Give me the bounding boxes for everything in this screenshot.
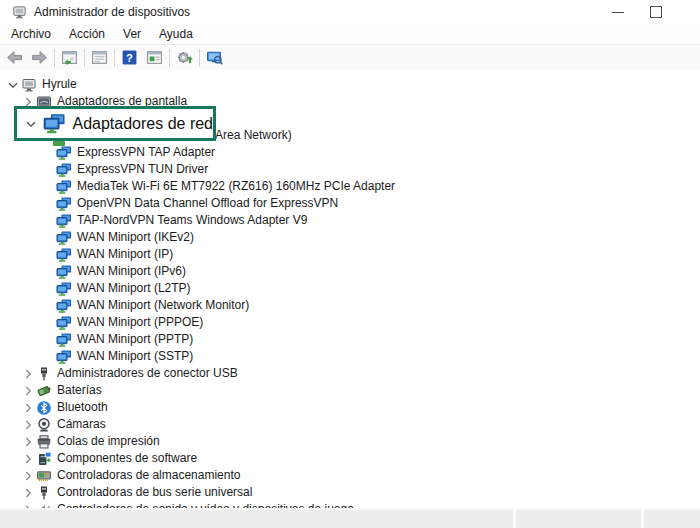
- network-adapter-icon: [43, 112, 66, 135]
- chevron-right-icon[interactable]: [20, 468, 36, 484]
- chevron-right-icon[interactable]: [20, 400, 36, 416]
- tree-item-colas-de-impresion[interactable]: Colas de impresión: [0, 433, 700, 450]
- tree-item-label: Bluetooth: [57, 399, 108, 416]
- tree-item-label: Cámaras: [57, 416, 106, 433]
- network-adapter-icon: [56, 162, 72, 178]
- tree-item-controladoras-de-almacenamiento[interactable]: Controladoras de almacenamiento: [0, 467, 700, 484]
- maximize-button[interactable]: [636, 0, 676, 24]
- chevron-right-icon[interactable]: [20, 417, 36, 433]
- tree-item-label: WAN Miniport (PPTP): [77, 331, 193, 348]
- tree-item-label: TAP-NordVPN Teams Windows Adapter V9: [77, 212, 307, 229]
- battery-icon: [36, 383, 52, 399]
- window-title: Administrador de dispositivos: [34, 5, 190, 19]
- software-component-icon: [36, 451, 52, 467]
- tree-item-wan-miniport-ipv6[interactable]: WAN Miniport (IPv6): [0, 263, 700, 280]
- tree-item-label: WAN Miniport (IKEv2): [77, 229, 194, 246]
- title-bar: Administrador de dispositivos ✕: [0, 0, 700, 24]
- tree-item-controladoras-de-bus-serie-universal[interactable]: Controladoras de bus serie universal: [0, 484, 700, 501]
- svg-text:?: ?: [126, 52, 133, 64]
- menu-ayuda[interactable]: Ayuda: [150, 24, 202, 44]
- back-button[interactable]: [2, 46, 27, 69]
- chevron-right-icon[interactable]: [20, 434, 36, 450]
- tree-item-wan-miniport-pptp[interactable]: WAN Miniport (PPTP): [0, 331, 700, 348]
- tree-item-label: WAN Miniport (L2TP): [77, 280, 191, 297]
- tree-item-label: Controladoras de almacenamiento: [57, 467, 240, 484]
- tree-item-controladoras-de-sonido-y-video-y-dispositivos-de-juego[interactable]: Controladoras de sonido y vídeo y dispos…: [0, 501, 700, 508]
- update-driver-icon: [176, 49, 193, 66]
- properties-button[interactable]: [87, 46, 112, 69]
- chevron-down-icon[interactable]: [22, 115, 39, 133]
- tree-item-expressvpn-tun-driver[interactable]: ExpressVPN TUN Driver: [0, 161, 700, 178]
- console-tree-icon: [61, 49, 78, 66]
- tree-item-label: ExpressVPN TAP Adapter: [77, 144, 215, 161]
- tree-item-expressvpn-tap-adapter[interactable]: ExpressVPN TAP Adapter: [0, 144, 700, 161]
- device-manager-app-icon: [12, 5, 27, 20]
- bluetooth-icon: [36, 400, 52, 416]
- network-adapter-icon: [56, 145, 72, 161]
- toolbar-separator: [199, 49, 200, 67]
- scan-hardware-button[interactable]: [202, 46, 227, 69]
- tree-item-wan-miniport-sstp[interactable]: WAN Miniport (SSTP): [0, 348, 700, 365]
- tree-item-label: Controladoras de sonido y vídeo y dispos…: [57, 501, 354, 508]
- tree-item-label: Area Network): [215, 127, 292, 144]
- tree-item-adaptadores-de-red[interactable]: Adaptadores de red: [72, 115, 213, 133]
- help-icon: ?: [121, 49, 138, 66]
- tree-item-label: WAN Miniport (PPPOE): [77, 314, 203, 331]
- bottom-bar-divider: [513, 510, 516, 528]
- network-adapter-icon: [56, 349, 72, 365]
- tree-item-label: WAN Miniport (Network Monitor): [77, 297, 249, 314]
- tree-item-wan-miniport-l2tp[interactable]: WAN Miniport (L2TP): [0, 280, 700, 297]
- chevron-right-icon[interactable]: [20, 451, 36, 467]
- tree-item-label: WAN Miniport (IP): [77, 246, 173, 263]
- bottom-bar: [0, 508, 700, 528]
- maximize-icon: [650, 6, 662, 18]
- network-adapter-icon: [56, 247, 72, 263]
- network-adapter-icon: [56, 196, 72, 212]
- tree-item-camaras[interactable]: Cámaras: [0, 416, 700, 433]
- tree-item-bluetooth[interactable]: Bluetooth: [0, 399, 700, 416]
- menu-archivo[interactable]: Archivo: [2, 24, 60, 44]
- forward-button[interactable]: [27, 46, 52, 69]
- tree-item-openvpn-data-channel-offload-for-expressvpn[interactable]: OpenVPN Data Channel Offload for Express…: [0, 195, 700, 212]
- console-tree-button[interactable]: [57, 46, 82, 69]
- toolbar: ?: [0, 45, 700, 71]
- tree-item-hyrule[interactable]: Hyrule: [0, 76, 700, 93]
- icon-stand-remnant: [53, 141, 65, 146]
- network-adapter-icon: [56, 264, 72, 280]
- tree-item-wan-miniport-network-monitor[interactable]: WAN Miniport (Network Monitor): [0, 297, 700, 314]
- network-adapter-icon: [56, 298, 72, 314]
- toolbar-separator: [169, 49, 170, 67]
- tree-item-mediatek-wi-fi-6e-mt7922-rz616-160mhz-pcie-adapter[interactable]: MediaTek Wi-Fi 6E MT7922 (RZ616) 160MHz …: [0, 178, 700, 195]
- menu-accion[interactable]: Acción: [60, 24, 114, 44]
- minimize-button[interactable]: [598, 0, 638, 24]
- properties-icon: [91, 49, 108, 66]
- network-adapter-icon: [56, 315, 72, 331]
- tree-item-label: OpenVPN Data Channel Offload for Express…: [77, 195, 338, 212]
- minimize-icon: [612, 12, 624, 13]
- devices-button[interactable]: [142, 46, 167, 69]
- close-button[interactable]: ✕: [684, 0, 700, 24]
- network-adapter-icon: [56, 179, 72, 195]
- network-adapter-icon: [56, 281, 72, 297]
- tree-item-wan-miniport-ip[interactable]: WAN Miniport (IP): [0, 246, 700, 263]
- scan-hardware-icon: [206, 49, 223, 66]
- tree-item-componentes-de-software[interactable]: Componentes de software: [0, 450, 700, 467]
- help-button[interactable]: ?: [117, 46, 142, 69]
- printer-icon: [36, 434, 52, 450]
- annotation-highlight-box: Adaptadores de red: [14, 106, 216, 141]
- chevron-right-icon[interactable]: [20, 366, 36, 382]
- tree-item-baterias[interactable]: Baterías: [0, 382, 700, 399]
- chevron-right-icon[interactable]: [20, 485, 36, 501]
- tree-item-tap-nordvpn-teams-windows-adapter-v9[interactable]: TAP-NordVPN Teams Windows Adapter V9: [0, 212, 700, 229]
- toolbar-separator: [54, 49, 55, 67]
- chevron-down-icon[interactable]: [5, 77, 21, 93]
- menu-ver[interactable]: Ver: [114, 24, 150, 44]
- bottom-bar-divider: [641, 510, 644, 528]
- tree-item-wan-miniport-pppoe[interactable]: WAN Miniport (PPPOE): [0, 314, 700, 331]
- tree-item-wan-miniport-ikev2[interactable]: WAN Miniport (IKEv2): [0, 229, 700, 246]
- computer-icon: [21, 77, 37, 93]
- tree-item-administradores-de-conector-usb[interactable]: Administradores de conector USB: [0, 365, 700, 382]
- chevron-right-icon[interactable]: [20, 383, 36, 399]
- update-driver-button[interactable]: [172, 46, 197, 69]
- network-adapter-icon: [56, 332, 72, 348]
